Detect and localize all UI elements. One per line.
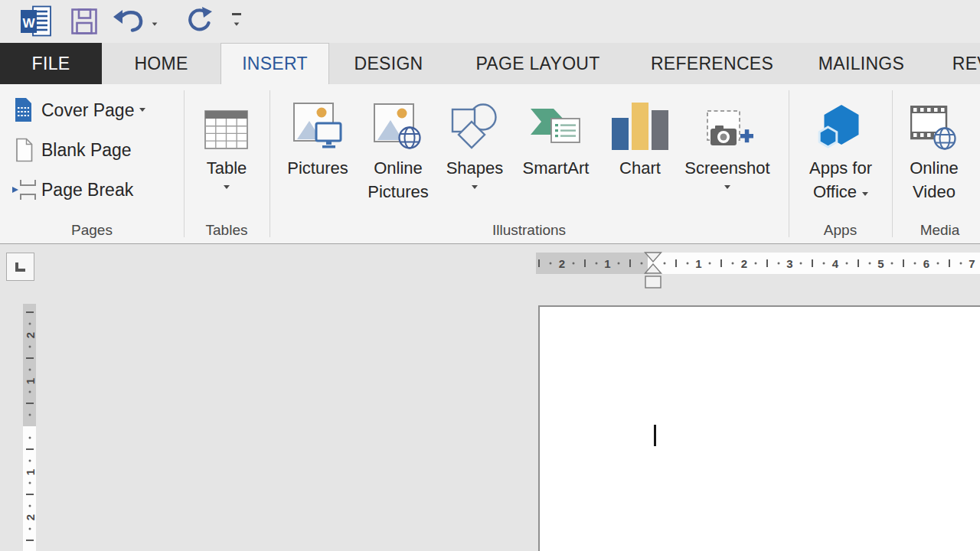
group-label-illustrations: Illustrations [270, 220, 789, 240]
apps-for-office-label-line2: Office [813, 180, 868, 204]
group-label-pages: Pages [0, 220, 184, 240]
dropdown-arrow-icon [862, 192, 868, 196]
customize-qat-icon [232, 13, 241, 15]
online-pictures-icon [374, 87, 423, 150]
tab-file[interactable]: FILE [0, 43, 102, 84]
online-video-icon [910, 87, 958, 150]
tab-page-layout[interactable]: PAGE LAYOUT [448, 43, 628, 84]
screenshot-button[interactable]: Screenshot [674, 87, 781, 217]
svg-text:W: W [22, 16, 35, 31]
dropdown-arrow-icon [472, 185, 478, 189]
chart-icon [610, 87, 670, 150]
tab-stop-selector-button[interactable] [6, 253, 34, 281]
dropdown-arrow-icon [139, 108, 145, 112]
chart-button[interactable]: Chart [608, 87, 672, 217]
hanging-indent-marker [645, 264, 662, 273]
page-break-label: Page Break [41, 180, 133, 201]
table-button[interactable]: Table [199, 87, 254, 217]
undo-icon [112, 8, 147, 32]
horizontal-ruler[interactable]: 211234567 [536, 253, 980, 274]
pictures-icon [293, 87, 342, 150]
group-separator [184, 90, 185, 237]
tab-insert[interactable]: INSERT [220, 43, 329, 84]
apps-for-office-label-line1: Apps for [809, 156, 872, 180]
document-page[interactable] [538, 305, 980, 551]
pictures-button[interactable]: Pictures [284, 87, 351, 217]
tab-review[interactable]: REVIEW [926, 43, 980, 84]
text-cursor [654, 425, 656, 446]
smartart-label: SmartArt [523, 156, 590, 180]
screenshot-label: Screenshot [684, 156, 769, 180]
word-window: W [0, 0, 980, 551]
online-pictures-label-line2: Pictures [368, 180, 428, 204]
ribbon-tabs: FILE HOME INSERT DESIGN PAGE LAYOUT REFE… [0, 43, 980, 84]
online-video-button[interactable]: Online Video [894, 87, 974, 217]
blank-page-label: Blank Page [41, 140, 132, 161]
tab-mailings[interactable]: MAILINGS [796, 43, 926, 84]
online-video-label-line2: Video [913, 180, 956, 204]
group-separator [789, 90, 789, 237]
cover-page-label: Cover Page [41, 100, 134, 121]
document-workspace: 211234567 2112 [0, 245, 980, 551]
group-separator [892, 90, 893, 237]
shapes-button[interactable]: Shapes [439, 87, 510, 217]
smartart-button[interactable]: SmartArt [510, 87, 602, 217]
page-break-button[interactable]: Page Break [8, 172, 180, 207]
tab-home[interactable]: HOME [102, 43, 220, 84]
table-icon [204, 87, 249, 150]
page-break-icon [8, 179, 41, 201]
save-icon [70, 8, 98, 35]
online-pictures-label-line1: Online [374, 156, 423, 180]
screenshot-icon [701, 87, 754, 150]
online-pictures-button[interactable]: Online Pictures [358, 87, 438, 217]
dropdown-arrow-icon [224, 185, 230, 189]
indent-markers[interactable] [644, 252, 662, 290]
first-line-indent-marker [645, 253, 662, 262]
tab-references[interactable]: REFERENCES [628, 43, 796, 84]
online-video-label-line1: Online [910, 156, 959, 180]
apps-for-office-button[interactable]: Apps for Office [796, 87, 885, 217]
group-label-media: Media [892, 220, 980, 240]
group-label-tables: Tables [184, 220, 270, 240]
smartart-icon [531, 87, 581, 150]
shapes-icon [450, 87, 499, 150]
customize-qat-button[interactable] [232, 13, 241, 28]
blank-page-icon [8, 138, 41, 162]
cover-page-button[interactable]: Cover Page [8, 93, 180, 128]
blank-page-button[interactable]: Blank Page [8, 132, 180, 168]
dropdown-arrow-icon [724, 185, 730, 189]
pictures-label: Pictures [287, 156, 348, 180]
ribbon-insert-panel: Cover Page Blank Page [0, 84, 980, 244]
dropdown-arrow-icon [234, 22, 240, 25]
dropdown-arrow-icon [152, 22, 158, 25]
undo-dropdown-button[interactable] [152, 17, 158, 28]
redo-button[interactable] [184, 6, 213, 36]
left-indent-marker [645, 276, 661, 288]
undo-button[interactable] [112, 8, 147, 34]
vertical-ruler[interactable]: 2112 [23, 304, 36, 551]
group-separator [270, 90, 270, 237]
chart-label: Chart [619, 156, 661, 180]
save-button[interactable] [70, 8, 98, 37]
apps-for-office-icon [815, 87, 866, 150]
word-logo-icon: W [20, 5, 52, 41]
left-tab-stop-icon [15, 262, 25, 272]
group-label-apps: Apps [789, 220, 892, 240]
redo-icon [184, 6, 213, 34]
cover-page-icon [8, 97, 41, 123]
tab-design[interactable]: DESIGN [329, 43, 448, 84]
table-label: Table [207, 156, 247, 180]
shapes-label: Shapes [446, 156, 504, 180]
quick-access-toolbar: W [0, 0, 980, 43]
